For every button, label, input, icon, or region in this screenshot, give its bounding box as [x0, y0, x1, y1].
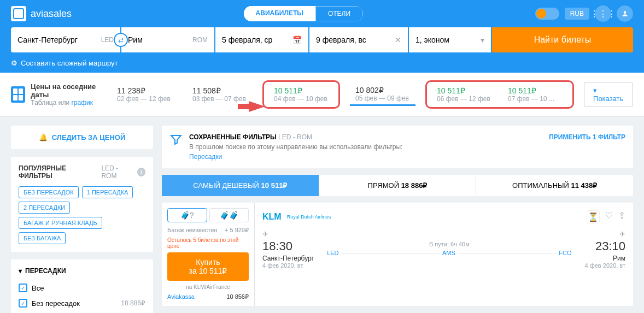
search-button[interactable]: Найти билеты [492, 27, 633, 52]
calendar-grid-icon [11, 86, 25, 103]
dates-subtitle: Таблица или график [31, 99, 102, 107]
swap-icon[interactable]: ⇄ [114, 33, 128, 47]
watch-price-button[interactable]: 🔔 СЛЕДИТЬ ЗА ЦЕНОЙ [19, 133, 145, 141]
subheader: ⚙ Составить сложный маршрут [0, 59, 644, 73]
depart-time: 18:30 [262, 239, 314, 253]
chip-2-stops[interactable]: 2 ПЕРЕСАДКИ [19, 202, 70, 214]
brand-text: aviasales [31, 8, 72, 20]
arrive-date: 4 фев 2020, вт [585, 262, 625, 269]
show-button[interactable]: ▾ Показать [584, 82, 633, 107]
transfers-header[interactable]: ▾ ПЕРЕСАДКИ [19, 267, 145, 280]
depart-date-field[interactable]: 5 февраля, ср 📅 [215, 27, 308, 52]
date-range: 05 фев — 09 фев [355, 95, 410, 102]
tab-flights[interactable]: АВИАБИЛЕТЫ [244, 6, 315, 21]
logo[interactable]: aviasales [11, 6, 72, 21]
clear-icon[interactable]: ✕ [395, 36, 401, 44]
bag-icon: 🧳? [170, 211, 204, 220]
tab-optimal[interactable]: ОПТИМАЛЬНЫЙ 11 438₽ [476, 175, 633, 196]
saved-filter-link[interactable]: Пересадки [189, 153, 402, 161]
main-area: 🔔 СЛЕДИТЬ ЗА ЦЕНОЙ ПОПУЛЯРНЫЕ ФИЛЬТРЫ LE… [0, 117, 644, 313]
date-cell[interactable]: 10 511₽ 06 фев — 12 фев [431, 84, 497, 105]
popular-filters-title: ПОПУЛЯРНЫЕ ФИЛЬТРЫ [19, 164, 98, 180]
info-icon[interactable]: i [137, 168, 145, 176]
product-tabs: АВИАБИЛЕТЫ ОТЕЛИ [244, 6, 364, 21]
apply-filter-button[interactable]: ПРИМЕНИТЬ 1 ФИЛЬТР [549, 133, 625, 141]
origin-field[interactable]: Санкт-Петербург LED ⇄ [11, 27, 120, 52]
profile-icon[interactable] [617, 5, 633, 22]
remaining-tickets: Осталось 5 билетов по этой цене [167, 237, 249, 249]
bag-unknown-label: Багаж неизвестен [167, 227, 217, 234]
ticket-details: KLM Royal Dutch Airlines ⏳ ♡ ⇪ ✈ 18:30 С… [255, 203, 633, 306]
chip-no-stops[interactable]: БЕЗ ПЕРЕСАДОК [19, 186, 79, 198]
saved-desc: В прошлом поиске по этому направлению вы… [189, 143, 402, 151]
date-range: 07 фев — 10 ... [508, 95, 563, 103]
destination-field[interactable]: Рим ROM [121, 27, 214, 52]
origin-code: LED [101, 36, 114, 44]
tab-cheapest[interactable]: САМЫЙ ДЕШЕВЫЙ 10 511₽ [162, 175, 319, 196]
complex-route-link[interactable]: Составить сложный маршрут [21, 59, 118, 67]
nearby-dates-bar: Цены на соседние даты Таблица или график… [0, 73, 644, 117]
popular-filters-box: ПОПУЛЯРНЫЕ ФИЛЬТРЫ LED - ROM i БЕЗ ПЕРЕС… [11, 157, 153, 252]
tab-hotels[interactable]: ОТЕЛИ [315, 6, 363, 21]
top-header: aviasales АВИАБИЛЕТЫ ОТЕЛИ RUB ⋮⋮⋮ [0, 0, 644, 27]
depart-city: Санкт-Петербург [262, 255, 314, 262]
search-form: Санкт-Петербург LED ⇄ Рим ROM 5 февраля,… [0, 27, 644, 59]
chart-link[interactable]: график [71, 99, 93, 107]
currency-selector[interactable]: RUB [565, 8, 589, 20]
passengers-label: 1, эконом [415, 36, 449, 44]
funnel-icon [169, 133, 183, 146]
bag-icon: 🧳🧳 [212, 211, 247, 220]
tab-direct[interactable]: ПРЯМОЙ 18 886₽ [319, 175, 477, 196]
share-icon[interactable]: ⇪ [618, 210, 625, 223]
chip-1-stop[interactable]: 1 ПЕРЕСАДКА [82, 186, 133, 198]
logo-icon [11, 6, 26, 21]
results-content: СОХРАНЕННЫЕ ФИЛЬТРЫ LED - ROM В прошлом … [162, 126, 633, 313]
chip-no-baggage[interactable]: БЕЗ БАГАЖА [19, 232, 66, 244]
ticket-card: 🧳? 🧳🧳 Багаж неизвестен + 5 929₽ Осталось… [162, 203, 633, 306]
route-row: ✈ 18:30 Санкт-Петербург 4 фев 2020, вт В… [262, 230, 625, 269]
alt-price-row[interactable]: Aviakassa 10 856₽ [167, 293, 249, 300]
route-code: LED - ROM [101, 164, 133, 180]
chevron-down-icon: ▾ [19, 267, 22, 275]
depart-date: 4 фев 2020, вт [262, 262, 314, 269]
checkbox-icon: ✓ [19, 299, 27, 308]
date-price: 11 238₽ [117, 86, 172, 95]
plane-arrive-icon: ✈ [585, 230, 625, 238]
baggage-tab-unknown[interactable]: 🧳? [167, 208, 207, 222]
arrive-city: Рим [585, 255, 625, 262]
date-cell[interactable]: 10 511₽ 04 фев — 10 фев [268, 84, 334, 105]
chip-baggage[interactable]: БАГАЖ И РУЧНАЯ КЛАДЬ [19, 217, 102, 229]
saved-filters-banner: СОХРАНЕННЫЕ ФИЛЬТРЫ LED - ROM В прошлом … [162, 126, 633, 168]
checkbox-all[interactable]: ✓ Все [19, 280, 145, 296]
date-range: 04 фев — 10 фев [274, 95, 329, 103]
destination-city: Рим [128, 36, 143, 44]
svg-point-0 [624, 11, 627, 14]
airline-logo: KLM [262, 212, 282, 222]
heart-icon[interactable]: ♡ [605, 210, 613, 223]
date-range: 02 фев — 12 фев [117, 95, 172, 103]
apps-icon[interactable]: ⋮⋮⋮ [595, 5, 611, 22]
buy-button[interactable]: Купить за 10 511₽ [167, 252, 249, 281]
sort-tabs: САМЫЙ ДЕШЕВЫЙ 10 511₽ ПРЯМОЙ 18 886₽ ОПТ… [162, 175, 633, 196]
checkbox-icon: ✓ [19, 284, 27, 292]
buy-via: на KLM/AirFrance [186, 284, 230, 290]
checkbox-direct[interactable]: ✓ Без пересадок 18 886₽ [19, 296, 145, 311]
baggage-tab-included[interactable]: 🧳🧳 [209, 208, 249, 222]
duration: В пути: 6ч 40м [325, 241, 573, 247]
annotation-arrow [249, 101, 265, 112]
theme-toggle[interactable] [535, 8, 559, 20]
destination-code: ROM [192, 36, 208, 44]
airport-code: FCO [557, 250, 573, 256]
passengers-field[interactable]: 1, эконом ▾ [409, 27, 491, 52]
sidebar: 🔔 СЛЕДИТЬ ЗА ЦЕНОЙ ПОПУЛЯРНЫЕ ФИЛЬТРЫ LE… [11, 126, 153, 313]
saved-title: СОХРАНЕННЫЕ ФИЛЬТРЫ [189, 133, 277, 141]
date-cell[interactable]: 11 238₽ 02 фев — 12 фев [112, 84, 177, 105]
saved-route: LED - ROM [278, 133, 312, 141]
date-cell[interactable]: 11 508₽ 03 фев — 07 фев [187, 84, 253, 105]
return-date-field[interactable]: 9 февраля, вс ✕ [309, 27, 408, 52]
chevron-down-icon: ▾ [481, 36, 484, 44]
bag-plus-label: + 5 929₽ [225, 227, 249, 234]
return-date: 9 февраля, вс [316, 36, 366, 44]
date-cell[interactable]: 10 511₽ 07 фев — 10 ... [502, 84, 568, 105]
date-cell[interactable]: 10 802₽ 05 фев — 09 фев [350, 84, 415, 106]
